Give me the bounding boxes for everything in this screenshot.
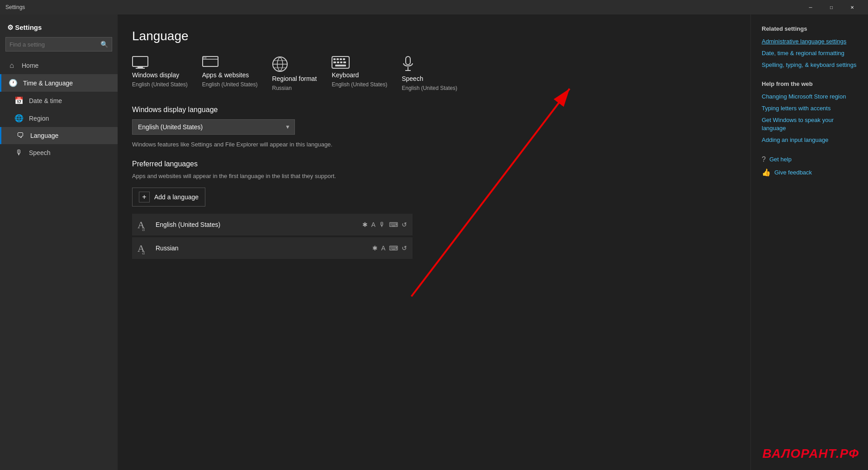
help-link-input-language[interactable]: Adding an input language — [762, 136, 857, 144]
lang-letter-icon-english: Aa — [138, 218, 150, 231]
give-feedback-link[interactable]: 👍 Give feedback — [762, 168, 857, 177]
help-from-web-heading: Help from the web — [762, 80, 857, 87]
sidebar-item-label: Home — [22, 62, 38, 69]
get-help-link[interactable]: ? Get help — [762, 155, 857, 164]
icon-sublabel: English (United States) — [132, 81, 188, 88]
icon-label: Keyboard — [332, 71, 387, 79]
sidebar-item-label: Time & Language — [23, 80, 73, 87]
lang-indicators-english: ✱ A 🎙 ⌨ ↺ — [362, 221, 407, 228]
title-bar: Settings ─ □ ✕ — [0, 0, 868, 14]
icon-sublabel: English (United States) — [332, 81, 387, 88]
icon-item-keyboard[interactable]: Keyboard English (United States) — [332, 56, 387, 91]
icon-label: Speech — [402, 75, 457, 82]
svg-rect-19 — [406, 56, 410, 65]
indicator-pin: ✱ — [372, 244, 378, 252]
icon-item-speech[interactable]: Speech English (United States) — [402, 56, 457, 91]
give-feedback-icon: 👍 — [762, 168, 771, 177]
sidebar-item-label: Region — [29, 115, 49, 122]
display-language-heading: Windows display language — [132, 106, 729, 114]
preferred-languages-description: Apps and websites will appear in the fir… — [132, 172, 358, 181]
svg-rect-18 — [335, 65, 346, 66]
regional-icon — [272, 56, 317, 72]
display-icon — [132, 56, 188, 69]
indicator-speech: 🎙 — [379, 221, 385, 228]
svg-line-1 — [412, 89, 570, 296]
lang-letter-icon-russian: Aa — [138, 242, 150, 254]
icon-sublabel: English (United States) — [202, 81, 258, 88]
icon-label: Regional format — [272, 75, 317, 82]
indicator-text: A — [371, 221, 375, 228]
sidebar-item-time-language[interactable]: 🕐 Time & Language — [0, 74, 118, 92]
svg-rect-15 — [337, 61, 339, 63]
icon-item-regional-format[interactable]: Regional format Russian — [272, 56, 317, 91]
calendar-icon: 📅 — [14, 96, 24, 105]
indicator-sync: ↺ — [402, 221, 407, 228]
search-icon: 🔍 — [100, 41, 108, 48]
indicator-keyboard: ⌨ — [389, 221, 398, 228]
search-box[interactable]: 🔍 — [5, 37, 112, 52]
language-dropdown[interactable]: English (United States) Russian — [132, 119, 295, 135]
svg-rect-14 — [333, 61, 336, 63]
sidebar-logo: ⚙ Settings — [0, 18, 118, 35]
icon-label: Apps & websites — [202, 71, 258, 79]
svg-rect-17 — [343, 61, 346, 63]
related-link-date-time[interactable]: Date, time & regional formatting — [762, 49, 857, 57]
related-link-spelling[interactable]: Spelling, typing, & keyboard settings — [762, 61, 857, 69]
sidebar: ⚙ Settings 🔍 ⌂ Home 🕐 Time & Language 📅 … — [0, 14, 118, 470]
svg-rect-11 — [337, 58, 339, 60]
main-content: Language Windows display English (United… — [118, 14, 750, 470]
add-language-label: Add a language — [154, 193, 199, 201]
svg-rect-3 — [138, 66, 143, 68]
clock-icon: 🕐 — [9, 79, 18, 87]
sidebar-item-language[interactable]: 🗨 Language — [0, 127, 118, 144]
help-section: ? Get help 👍 Give feedback — [762, 155, 857, 177]
svg-text:a: a — [142, 226, 145, 231]
help-link-typing-letters[interactable]: Typing letters with accents — [762, 104, 857, 113]
svg-rect-12 — [340, 58, 342, 60]
help-link-changing-region[interactable]: Changing Microsoft Store region — [762, 93, 857, 101]
related-link-admin-lang[interactable]: Administrative language settings — [762, 38, 857, 46]
mic-icon — [402, 56, 457, 72]
indicator-sync: ↺ — [402, 244, 407, 252]
keyboard-icon — [332, 56, 387, 69]
home-icon: ⌂ — [7, 61, 16, 70]
icon-label: Windows display — [132, 71, 188, 79]
svg-rect-16 — [340, 61, 342, 63]
minimize-button[interactable]: ─ — [800, 0, 821, 14]
lang-indicators-russian: ✱ A ⌨ ↺ — [372, 244, 407, 252]
close-button[interactable]: ✕ — [842, 0, 863, 14]
svg-rect-10 — [333, 58, 336, 60]
svg-rect-5 — [203, 56, 218, 66]
sidebar-item-home[interactable]: ⌂ Home — [0, 57, 118, 74]
get-help-label: Get help — [769, 156, 792, 163]
apps-icon — [202, 56, 258, 69]
maximize-button[interactable]: □ — [821, 0, 842, 14]
svg-rect-4 — [136, 68, 145, 69]
svg-rect-2 — [133, 56, 148, 66]
svg-text:a: a — [142, 249, 145, 254]
language-list-item-russian[interactable]: Aa Russian ✱ A ⌨ ↺ — [132, 237, 413, 259]
add-language-button[interactable]: + Add a language — [132, 188, 205, 207]
language-icon: 🗨 — [16, 132, 25, 140]
sidebar-item-label: Language — [30, 132, 58, 139]
sidebar-item-speech[interactable]: 🎙 Speech — [0, 144, 118, 161]
app-title: Settings — [5, 4, 25, 10]
preferred-languages-heading: Preferred languages — [132, 160, 729, 168]
help-link-speak-language[interactable]: Get Windows to speak your language — [762, 116, 857, 132]
help-from-web-section: Help from the web Changing Microsoft Sto… — [762, 80, 857, 145]
language-list-item-english[interactable]: Aa English (United States) ✱ A 🎙 ⌨ ↺ — [132, 214, 413, 235]
indicator-keyboard: ⌨ — [389, 244, 398, 252]
plus-icon: + — [139, 192, 150, 202]
sidebar-item-region[interactable]: 🌐 Region — [0, 109, 118, 127]
language-dropdown-wrapper[interactable]: English (United States) Russian ▼ — [132, 119, 295, 135]
svg-point-7 — [205, 57, 206, 58]
right-panel: Related settings Administrative language… — [750, 14, 868, 470]
sidebar-item-date-time[interactable]: 📅 Date & time — [0, 92, 118, 109]
icon-sublabel: Russian — [272, 85, 317, 91]
icon-item-windows-display[interactable]: Windows display English (United States) — [132, 56, 188, 91]
search-input[interactable] — [9, 41, 100, 48]
icon-item-apps-websites[interactable]: Apps & websites English (United States) — [202, 56, 258, 91]
language-name-english: English (United States) — [156, 221, 357, 228]
icon-grid: Windows display English (United States) … — [132, 56, 729, 91]
sidebar-item-label: Date & time — [29, 97, 62, 104]
